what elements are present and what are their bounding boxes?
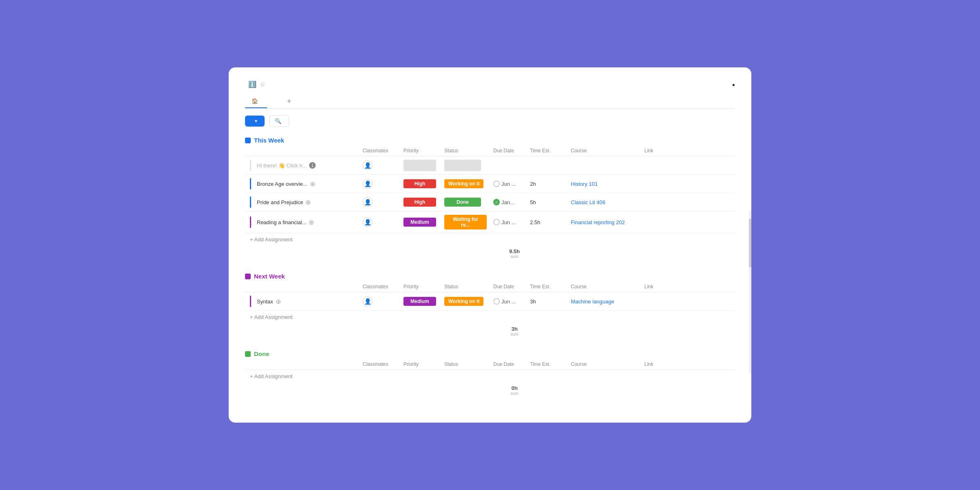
th-this-week-6: Course (568, 148, 641, 154)
info-icon[interactable]: ℹ️ (248, 80, 256, 88)
course-link[interactable]: Classic Lit 406 (571, 199, 606, 205)
row-course-cell[interactable]: History 101 (568, 178, 641, 190)
header-area: ℹ️ ☆ (245, 80, 735, 88)
scrollbar-track[interactable] (749, 210, 751, 374)
row-priority-cell[interactable]: Medium (400, 214, 441, 230)
more-button[interactable]: • (732, 80, 735, 90)
row-course-cell[interactable]: Machine language (568, 295, 641, 308)
row-link-cell (641, 162, 706, 169)
row-add-col-cell (706, 180, 727, 187)
tab-main-table[interactable]: 🏠 (245, 95, 267, 108)
row-course-cell[interactable] (568, 162, 641, 169)
add-assignment-row[interactable]: + Add Assignment (245, 233, 735, 246)
home-icon: 🏠 (252, 98, 258, 104)
row-status-cell[interactable]: Working on it (441, 176, 490, 192)
sections-container: This WeekClassmatesPriorityStatusDue Dat… (245, 137, 735, 398)
row-course-cell[interactable]: Classic Lit 406 (568, 196, 641, 209)
avatar: 👤 (363, 197, 372, 207)
th-done-2: Priority (400, 361, 441, 367)
row-status-cell[interactable] (441, 156, 490, 174)
row-status-cell[interactable]: Waiting for re... (441, 212, 490, 233)
table-header-next-week: ClassmatesPriorityStatusDue DateTime Est… (245, 281, 735, 292)
sum-cell: 9.5hsum (494, 248, 535, 259)
table-row[interactable]: Bronze Age overvie...⊕👤HighWorking on it… (245, 175, 735, 193)
star-icon[interactable]: ☆ (260, 80, 265, 88)
tabs-row: 🏠 + (245, 95, 735, 109)
section-header-done: Done (245, 350, 735, 357)
th-next-week-7: Link (641, 284, 706, 290)
row-add-detail-icon[interactable]: ⊕ (276, 298, 281, 305)
notification-badge: 1 (309, 162, 316, 169)
table-header-this-week: ClassmatesPriorityStatusDue DateTime Est… (245, 145, 735, 156)
row-add-detail-icon[interactable]: ⊕ (310, 180, 315, 188)
row-add-col-cell (706, 162, 727, 169)
row-due-date-cell[interactable] (490, 162, 527, 169)
row-priority-cell[interactable]: Medium (400, 294, 441, 309)
th-this-week-7: Link (641, 148, 706, 154)
row-status-cell[interactable]: Working on it (441, 294, 490, 309)
section-title-this-week[interactable]: This Week (254, 137, 284, 144)
row-status-cell[interactable]: Done (441, 194, 490, 210)
row-classmates-cell: 👤 (359, 214, 400, 230)
section-header-next-week: Next Week (245, 273, 735, 280)
row-priority-cell[interactable]: High (400, 176, 441, 192)
course-link[interactable]: Financial reporting 202 (571, 219, 625, 225)
sum-value: 0h (494, 385, 535, 391)
th-done-6: Course (568, 361, 641, 367)
row-add-col-cell (706, 199, 727, 205)
section-title-next-week[interactable]: Next Week (254, 273, 285, 280)
add-assignment-row[interactable]: + Add Assignment (245, 311, 735, 323)
status-badge: Working on it (444, 179, 483, 188)
row-name-text: Bronze Age overvie... (257, 181, 307, 187)
scrollbar-thumb[interactable] (749, 218, 751, 267)
row-due-date-cell[interactable]: Jun ... (490, 216, 527, 229)
tab-due-dates[interactable] (269, 98, 282, 105)
avatar: 👤 (363, 160, 372, 170)
row-priority-cell[interactable] (400, 156, 441, 174)
row-name-cell: Bronze Age overvie...⊕ (245, 175, 359, 193)
row-add-col-cell (706, 219, 727, 225)
row-due-date-cell[interactable]: Jun ... (490, 177, 527, 190)
row-time-est-cell (527, 162, 568, 169)
th-next-week-3: Status (441, 284, 490, 290)
row-add-detail-icon[interactable]: ⊕ (305, 198, 311, 206)
row-course-cell[interactable]: Financial reporting 202 (568, 216, 641, 229)
new-assignment-button[interactable]: ▼ (245, 116, 265, 127)
priority-badge: High (403, 179, 436, 188)
row-accent-bar (250, 160, 251, 171)
row-priority-cell[interactable]: High (400, 194, 441, 210)
course-link[interactable]: History 101 (571, 181, 598, 187)
section-next-week: Next WeekClassmatesPriorityStatusDue Dat… (245, 273, 735, 339)
row-due-date-cell[interactable]: Jun ... (490, 295, 527, 308)
row-name-text: Syntax (257, 298, 273, 305)
table-row[interactable]: Syntax⊕👤MediumWorking on itJun ...3hMach… (245, 292, 735, 311)
row-name-cell: Pride and Prejudice⊕ (245, 193, 359, 211)
row-due-date-cell[interactable]: ✓Jan... (490, 196, 527, 209)
row-link-cell (641, 199, 706, 205)
table-row[interactable]: Reading a financial...⊕👤MediumWaiting fo… (245, 212, 735, 233)
th-this-week-0 (245, 148, 359, 154)
row-add-detail-icon[interactable]: ⊕ (309, 218, 314, 226)
row-accent-bar (250, 216, 251, 228)
table-row[interactable]: Pride and Prejudice⊕👤HighDone✓Jan...5hCl… (245, 193, 735, 212)
course-link[interactable]: Machine language (571, 298, 614, 305)
search-box[interactable]: 🔍 (270, 115, 289, 127)
avatar: 👤 (363, 217, 372, 227)
section-title-done[interactable]: Done (254, 350, 270, 357)
row-accent-bar (250, 178, 251, 189)
th-next-week-1: Classmates (359, 284, 400, 290)
priority-badge: Medium (403, 297, 436, 306)
row-name-cell: Hi there! 👋 Click h...1 (245, 156, 359, 174)
add-assignment-row[interactable]: + Add Assignment (245, 370, 735, 383)
sum-cell: 0hsum (494, 385, 535, 396)
th-next-week-5: Time Est. (527, 284, 568, 290)
th-this-week-2: Priority (400, 148, 441, 154)
avatar: 👤 (363, 296, 372, 306)
tab-add-button[interactable]: + (283, 96, 295, 107)
row-classmates-cell: 👤 (359, 293, 400, 310)
sum-label: sum (494, 391, 535, 396)
title-row: ℹ️ ☆ (245, 80, 735, 88)
due-done-icon: ✓ (493, 199, 500, 205)
priority-empty (403, 160, 436, 171)
table-row[interactable]: Hi there! 👋 Click h...1👤 (245, 156, 735, 175)
